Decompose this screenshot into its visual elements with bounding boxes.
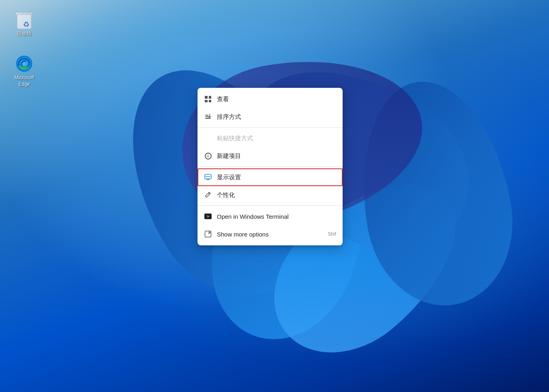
edge-icon <box>15 54 34 73</box>
edge-label: Microsoft Edge <box>10 75 39 87</box>
menu-label-paste-shortcut: 粘贴快捷方式 <box>217 135 336 142</box>
menu-separator-1 <box>198 127 343 128</box>
menu-label-personalize: 个性化 <box>217 191 336 199</box>
new-item-icon: + <box>204 152 212 160</box>
sort-icon <box>204 113 212 121</box>
menu-separator-2 <box>198 166 343 167</box>
context-menu: 查看 排序方式 粘贴快捷方式 + 新建项目 <box>198 88 343 245</box>
menu-separator-3 <box>198 205 343 206</box>
menu-label-view: 查看 <box>217 95 336 103</box>
menu-item-sort[interactable]: 排序方式 <box>198 108 343 126</box>
grid-icon <box>204 95 212 103</box>
menu-item-personalize[interactable]: 个性化 <box>198 186 343 204</box>
menu-item-view[interactable]: 查看 <box>198 90 343 108</box>
menu-label-sort: 排序方式 <box>217 113 336 121</box>
menu-label-new: 新建项目 <box>217 152 336 160</box>
menu-item-open-terminal[interactable]: Open in Windows Terminal <box>198 207 343 225</box>
personalize-icon <box>204 191 212 199</box>
terminal-icon <box>204 212 212 220</box>
menu-item-display-settings[interactable]: 显示设置 <box>198 168 343 186</box>
menu-shortcut-show-more: Shif <box>328 231 336 237</box>
recycle-bin-icon: ♻ <box>15 10 34 29</box>
menu-label-show-more: Show more options <box>217 231 324 238</box>
show-more-icon <box>204 230 212 238</box>
menu-item-show-more[interactable]: Show more options Shif <box>198 225 343 243</box>
desktop-icon-edge[interactable]: Microsoft Edge <box>8 52 40 89</box>
svg-point-2 <box>209 176 210 177</box>
paste-shortcut-icon <box>204 134 212 142</box>
menu-label-open-terminal: Open in Windows Terminal <box>217 213 336 220</box>
desktop-icon-recycle-bin[interactable]: ♻ 回收站 <box>8 8 40 39</box>
display-settings-icon <box>204 173 212 181</box>
menu-item-paste-shortcut[interactable]: 粘贴快捷方式 <box>198 129 343 147</box>
menu-item-new[interactable]: + 新建项目 <box>198 147 343 165</box>
menu-label-display-settings: 显示设置 <box>217 174 336 181</box>
recycle-bin-label: 回收站 <box>17 31 31 37</box>
